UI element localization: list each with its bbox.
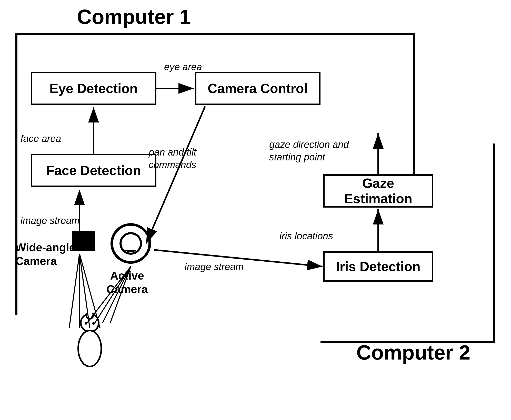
image-stream-label-1: image stream bbox=[21, 215, 79, 226]
person-icon bbox=[69, 313, 110, 369]
gaze-direction-label: gaze direction andstarting point bbox=[269, 138, 349, 164]
image-stream-label-2: image stream bbox=[185, 261, 244, 272]
diagram: Computer 1 Computer 2 Eye Detection Came… bbox=[0, 0, 511, 420]
svg-point-4 bbox=[85, 322, 87, 325]
face-detection-box: Face Detection bbox=[31, 154, 156, 187]
computer1-label: Computer 1 bbox=[77, 5, 191, 29]
computer2-label: Computer 2 bbox=[356, 341, 470, 364]
face-area-label: face area bbox=[21, 133, 61, 144]
camera-control-box: Camera Control bbox=[195, 72, 320, 105]
computer2-border bbox=[320, 144, 495, 343]
wide-camera-label: Wide-angleCamera bbox=[15, 241, 75, 268]
eye-detection-box: Eye Detection bbox=[31, 72, 156, 105]
gaze-estimation-box: Gaze Estimation bbox=[323, 174, 433, 208]
svg-point-3 bbox=[86, 313, 93, 319]
active-camera-label: ActiveCamera bbox=[106, 269, 148, 296]
iris-detection-box: Iris Detection bbox=[323, 251, 433, 282]
svg-point-5 bbox=[92, 322, 95, 325]
pan-tilt-label: pan and tiltcommands bbox=[149, 146, 196, 171]
iris-locations-label: iris locations bbox=[279, 231, 333, 242]
eye-area-label: eye area bbox=[164, 62, 202, 73]
svg-point-6 bbox=[78, 331, 101, 366]
active-camera-icon bbox=[110, 223, 151, 264]
